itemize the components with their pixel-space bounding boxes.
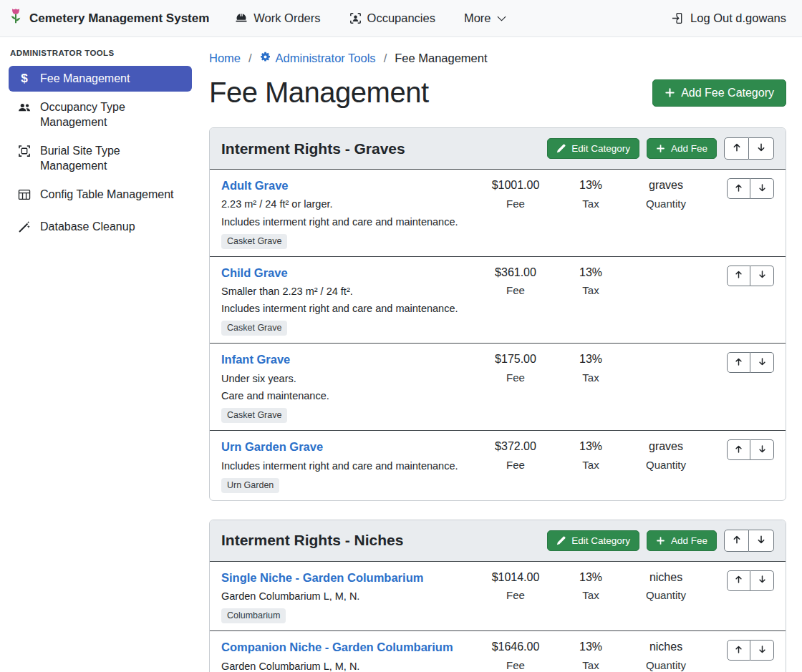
fee-amount: $1001.00: [473, 178, 558, 193]
move-fee-down-button[interactable]: [750, 178, 774, 199]
arrow-up-icon: [734, 444, 743, 456]
fee-description: Care and maintenance.: [221, 389, 473, 402]
sidebar-item-config-table-management[interactable]: Config Table Management: [9, 182, 192, 210]
nav-work-orders[interactable]: Work Orders: [235, 11, 320, 25]
fee-quantity: niches: [624, 640, 708, 655]
sidebar-item-label: Config Table Management: [40, 188, 174, 202]
badge-line: Casket Grave: [221, 234, 473, 249]
fee-tax-label: Tax: [558, 283, 624, 298]
move-fee-up-button[interactable]: [727, 178, 750, 199]
fee-row: Single Niche - Garden Columbarium Garden…: [210, 562, 786, 632]
fee-quantity-cell: [624, 266, 708, 269]
title-row: Fee Management Add Fee Category: [209, 77, 786, 109]
fee-name-link[interactable]: Child Grave: [221, 266, 288, 279]
sidebar-item-database-cleanup[interactable]: Database Cleanup: [9, 214, 192, 243]
sidebar-item-burial-site-type-management[interactable]: Burial Site Type Management: [9, 138, 192, 179]
category-title: Interment Rights - Graves: [221, 140, 540, 157]
fee-tax-label: Tax: [558, 197, 624, 211]
move-category-up-button[interactable]: [724, 530, 749, 552]
logout-link[interactable]: Log Out d.gowans: [672, 11, 786, 25]
fee-name-link[interactable]: Adult Grave: [221, 179, 289, 192]
fee-reorder-buttons: [727, 178, 774, 199]
move-category-down-button[interactable]: [749, 137, 774, 160]
edit-category-label: Edit Category: [571, 535, 630, 546]
add-fee-button[interactable]: Add Fee: [647, 530, 717, 551]
brand-link[interactable]: Cemetery Management System: [9, 7, 209, 29]
fee-reorder-buttons: [727, 570, 774, 591]
fee-amount-label: Fee: [473, 197, 558, 211]
fee-tax: 13%: [558, 640, 624, 655]
fee-amount-cell: $372.00 Fee: [473, 439, 558, 472]
fee-amount: $175.00: [473, 352, 558, 367]
plus-icon: [656, 144, 665, 153]
fee-name-link[interactable]: Companion Niche - Garden Columbarium: [221, 641, 453, 653]
breadcrumb-separator: /: [384, 52, 387, 65]
people-icon: [17, 101, 32, 117]
fee-quantity: graves: [624, 439, 708, 454]
fee-description: Includes interment right and care and ma…: [221, 302, 473, 315]
fee-quantity-cell: niches Quantity: [624, 570, 708, 603]
arrow-down-icon: [758, 183, 767, 195]
arrow-up-icon: [734, 357, 743, 369]
add-fee-category-button[interactable]: Add Fee Category: [652, 79, 786, 107]
wand-icon: [17, 220, 32, 237]
fee-amount-label: Fee: [473, 658, 558, 672]
fee-description: Includes interment right and care and ma…: [221, 459, 473, 472]
table-icon: [17, 188, 32, 205]
fee-quantity-label: Quantity: [624, 197, 708, 211]
move-fee-down-button[interactable]: [750, 570, 774, 591]
brand-title: Cemetery Management System: [29, 11, 209, 26]
move-fee-down-button[interactable]: [750, 266, 774, 286]
edit-category-button[interactable]: Edit Category: [547, 138, 639, 159]
breadcrumb-admin-label: Administrator Tools: [276, 52, 376, 65]
fee-quantity-cell: niches Quantity: [624, 640, 708, 672]
breadcrumb-home[interactable]: Home: [209, 52, 241, 65]
move-fee-up-button[interactable]: [727, 570, 750, 591]
badge-line: Casket Grave: [221, 321, 473, 336]
move-category-up-button[interactable]: [724, 137, 749, 160]
move-fee-up-button[interactable]: [727, 352, 750, 373]
badge-line: Columbarium: [221, 608, 473, 623]
fee-tax-label: Tax: [558, 588, 624, 603]
move-fee-down-button[interactable]: [750, 640, 774, 661]
breadcrumb-admin-tools[interactable]: Administrator Tools: [260, 52, 376, 65]
fee-name-link[interactable]: Single Niche - Garden Columbarium: [221, 571, 423, 584]
nav-more[interactable]: More: [464, 11, 506, 25]
fee-type-badge: Columbarium: [221, 608, 286, 623]
hard-hat-icon: [235, 12, 248, 25]
fee-description: 2.23 m² / 24 ft² or larger.: [221, 198, 473, 210]
dollar-icon: $: [17, 72, 32, 84]
flower-logo-icon: [9, 7, 23, 29]
move-category-down-button[interactable]: [749, 530, 774, 552]
plus-icon: [656, 536, 665, 545]
move-fee-up-button[interactable]: [727, 439, 750, 460]
sidebar-item-occupancy-type-management[interactable]: Occupancy Type Management: [9, 94, 192, 135]
add-fee-button[interactable]: Add Fee: [647, 138, 717, 159]
sidebar-item-label: Burial Site Type Management: [40, 144, 183, 173]
fee-name-link[interactable]: Infant Grave: [221, 353, 290, 366]
fee-name-link[interactable]: Urn Garden Grave: [221, 440, 323, 453]
nav-occupancies[interactable]: Occupancies: [349, 11, 435, 25]
arrow-up-icon: [734, 270, 743, 281]
edit-category-button[interactable]: Edit Category: [547, 530, 639, 551]
nav-label: Work Orders: [253, 11, 320, 25]
sidebar-item-label: Database Cleanup: [40, 220, 135, 234]
fee-tax-label: Tax: [558, 458, 624, 472]
move-fee-down-button[interactable]: [750, 439, 774, 460]
fee-type-badge: Urn Garden: [221, 478, 279, 493]
fee-tax: 13%: [558, 266, 624, 281]
move-fee-up-button[interactable]: [727, 266, 750, 286]
fee-tax-label: Tax: [558, 658, 624, 672]
fee-info: Infant Grave Under six years. Care and m…: [221, 352, 473, 423]
fee-category-card: Interment Rights - Graves Edit Category …: [209, 127, 786, 501]
move-fee-down-button[interactable]: [750, 352, 774, 373]
move-fee-up-button[interactable]: [727, 640, 750, 661]
arrow-down-icon: [758, 357, 767, 369]
sidebar-item-fee-management[interactable]: $ Fee Management: [9, 66, 192, 92]
fee-quantity-label: Quantity: [624, 658, 708, 672]
main-content: Home / Administrator Tools / Fee Managem…: [200, 37, 802, 672]
arrow-down-icon: [756, 535, 766, 547]
fee-amount-cell: $175.00 Fee: [473, 352, 558, 384]
fee-amount-label: Fee: [473, 371, 558, 385]
breadcrumb: Home / Administrator Tools / Fee Managem…: [209, 52, 786, 65]
